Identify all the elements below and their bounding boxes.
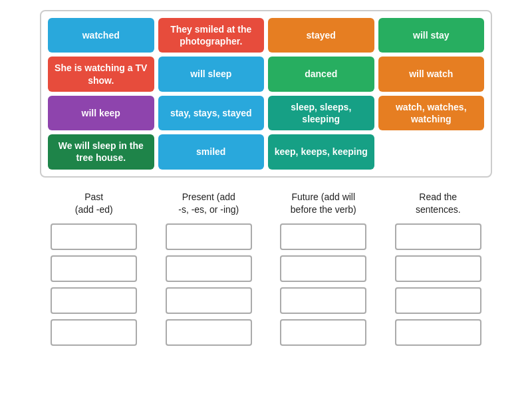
drop-box-sentences-3[interactable] xyxy=(395,319,481,346)
drop-box-past-1[interactable] xyxy=(51,255,137,282)
drop-box-past-3[interactable] xyxy=(51,319,137,346)
word-tile-watched[interactable]: watched xyxy=(48,18,154,53)
drop-box-sentences-1[interactable] xyxy=(395,255,481,282)
word-bank: watchedThey smiled at the photographer.s… xyxy=(40,10,492,178)
main-container: watchedThey smiled at the photographer.s… xyxy=(0,0,532,361)
column-future: Future (add will before the verb) xyxy=(269,191,378,351)
column-header-future: Future (add will before the verb) xyxy=(291,191,356,217)
column-past: Past (add -ed) xyxy=(40,191,148,351)
drop-box-present-1[interactable] xyxy=(166,255,252,282)
drop-box-present-0[interactable] xyxy=(166,223,252,250)
drop-box-present-3[interactable] xyxy=(166,319,252,346)
word-tile-watching-tv[interactable]: She is watching a TV show. xyxy=(48,57,154,91)
drop-box-future-3[interactable] xyxy=(280,319,366,346)
drop-box-past-0[interactable] xyxy=(51,223,137,250)
word-tile-keep-keeps[interactable]: keep, keeps, keeping xyxy=(268,134,374,169)
drop-box-present-2[interactable] xyxy=(166,287,252,314)
drop-box-future-0[interactable] xyxy=(280,223,366,250)
drop-box-past-2[interactable] xyxy=(51,287,137,314)
word-tile-will-sleep[interactable]: will sleep xyxy=(158,57,265,91)
word-tile-stayed[interactable]: stayed xyxy=(268,18,374,53)
drop-box-future-2[interactable] xyxy=(280,287,366,314)
drop-box-sentences-2[interactable] xyxy=(395,287,481,314)
drop-box-sentences-0[interactable] xyxy=(395,223,481,250)
drop-box-future-1[interactable] xyxy=(280,255,366,282)
column-sentences: Read the sentences. xyxy=(384,191,493,351)
column-header-present: Present (add -s, -es, or -ing) xyxy=(178,191,239,217)
word-tile-stay-stays[interactable]: stay, stays, stayed xyxy=(158,96,265,130)
word-tile-sleep-sleeps[interactable]: sleep, sleeps, sleeping xyxy=(268,96,374,130)
word-tile-sleep-house[interactable]: We will sleep in the tree house. xyxy=(48,134,154,169)
word-tile-watch-watches[interactable]: watch, watches, watching xyxy=(378,96,485,130)
column-present: Present (add -s, -es, or -ing) xyxy=(155,191,263,351)
word-tile-will-stay[interactable]: will stay xyxy=(378,18,485,53)
word-tile-will-watch[interactable]: will watch xyxy=(378,57,485,91)
column-header-past: Past (add -ed) xyxy=(75,191,113,217)
word-tile-will-keep[interactable]: will keep xyxy=(48,96,154,130)
columns-section: Past (add -ed)Present (add -s, -es, or -… xyxy=(40,191,492,351)
column-header-sentences: Read the sentences. xyxy=(416,191,461,217)
word-tile-smiled[interactable]: smiled xyxy=(158,134,265,169)
word-tile-danced[interactable]: danced xyxy=(268,57,374,91)
word-tile-smiled-at[interactable]: They smiled at the photographer. xyxy=(158,18,265,53)
